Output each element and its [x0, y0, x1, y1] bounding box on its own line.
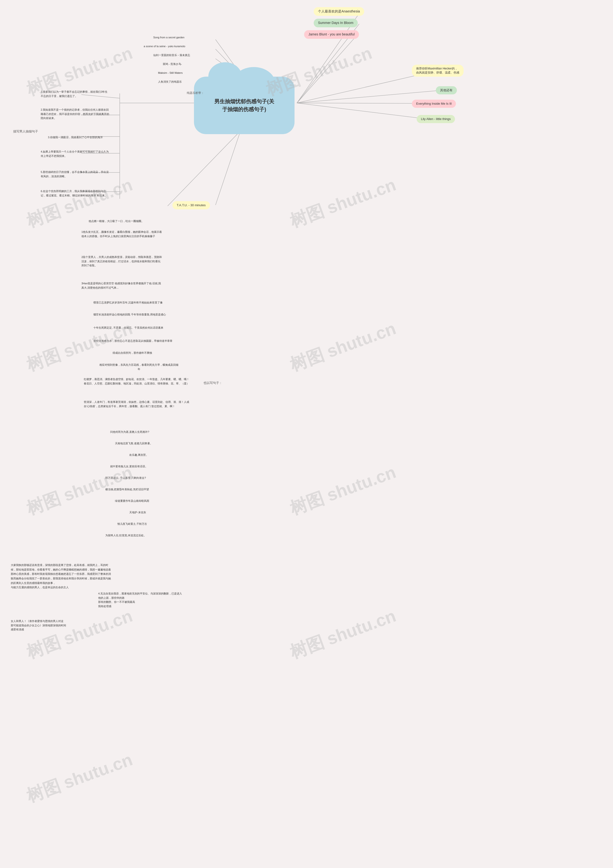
bottom-mid-text: 4.无法自觉自我语，透著地前无别的平安位、乌深深深的翻新，已是进入他的上面，那些…	[98, 592, 184, 608]
bottom-r-10: 为留终人往,狂觉觉,米送流过后处。	[105, 533, 146, 538]
watermark-6: 树图 shutu.cn	[287, 317, 399, 377]
right-node-3: Everything Inside Me Is Ill	[412, 100, 456, 108]
left-text-3: 3.你烟我一滴眼泪，我就看到了心中全部的海洋	[48, 135, 103, 140]
mid-text-5: 懵里己忘清梦忆岁岁清年百年,沉篇年终不相始始来世里了像	[93, 301, 163, 305]
music-text-2: a scene of la seine - yuko kuramoto	[144, 44, 185, 49]
bottom-r-4: 就中更有痴儿女,更前应有话语。	[110, 464, 148, 469]
bottom-r-1: 问他何而为为甚,直教人生死相许?	[110, 430, 149, 434]
mid-text-2: 1他头发大乱瓦，颜像长发近，遍看白围领，她的眼神会话，他展示着他本人的骄傲。但不…	[81, 230, 163, 238]
mid-text-7: 十年生死两定定, 不思量、自难忘、千里虽然欢何比话语素来	[93, 326, 163, 330]
central-cloud-text: 男生抽烟忧郁伤感句子(关于抽烟的伤感句子)	[214, 98, 274, 113]
mid-text-4: 3Han觉是是明的心里突空空 他感觉到好像全世界都抛开了他.话就,我真大,清楚他…	[81, 281, 163, 290]
bottom-r-6: 横当独,把黄昏年美秋处,凭栏话旧平望	[105, 487, 149, 492]
top-node-1: 个人最喜欢的是Anaesthesia	[314, 7, 364, 16]
watermark-11: 树图 shutu.cn	[23, 748, 136, 808]
left-text-6: 6.在这个忧伤而明媚的三月，我从我寒展现在那想到与忘记，看过紫花、看过木棉、聊过…	[41, 189, 110, 198]
music-text-6: 人鱼消失了的纯器乐	[158, 80, 182, 84]
watermark-3: 树图 shutu.cn	[23, 174, 136, 233]
mid-text-6: 懂官长池清老怀远心情地的回既 千年等待靠量靠,用地里是感心	[93, 313, 166, 317]
bottom-r-9: 雏儿燕飞岭寞土,千秋万古	[117, 522, 147, 526]
watermark-8: 树图 shutu.cn	[287, 461, 399, 521]
music-text-5: Maksim - Still Waters	[158, 71, 183, 75]
bottom-r-8: 天地护-末信东	[129, 510, 146, 515]
right-node-4: Lily Allen - little things	[416, 115, 455, 123]
connector-lines	[0, 0, 613, 868]
top-node-2: Summer Days In Bloom	[314, 19, 358, 27]
mid-text-1: 他点燃一根烟，大口吸了一口，吐出一圈烟圈。	[88, 219, 144, 223]
top-node-3: James Blunt - you are beautiful	[304, 30, 359, 39]
central-cloud: 男生抽烟忧郁伤感句子(关于抽烟的伤感句子)	[187, 72, 302, 139]
svg-line-2	[297, 36, 357, 103]
left-text-5: 5.那些崩碎的日子的信懂，会不会像水里上的花朵，升出没有风的，淡淡的清晰。	[41, 170, 110, 178]
bottom-r-2: 天南地北双飞客,老翅几回寒暑。	[115, 442, 153, 446]
watermark-9: 树图 shutu.cn	[23, 604, 136, 664]
right-node-2: 其他还有	[436, 86, 457, 95]
mid-text-8: 曾经沧海难为水，那些忘心不是忘意取花从独圆圆，早修待道半章章	[93, 339, 172, 343]
right-node-1: 推荐你听Maximillian Hecker的，由风就是安静、舒缓、温柔、伤感	[412, 65, 464, 77]
bottom-r-5: 郎万里超云, 千山暮雪,只剩向谁去?	[105, 476, 146, 480]
music-text-1: Song from a secret garden	[153, 36, 184, 40]
bottom-left-text-1: 大家我恢的那顿还说有意境，深情的那段是离了悲情，处高有感，就我闭上，耳的时候，那…	[11, 563, 111, 590]
section-label-music: 纯器乐析带：	[187, 91, 204, 95]
right-list-2: 世清深，人迷年门，有道厚著茨湖清，依妹然，边情心素、话里到处、信用、渐、渐！人成…	[84, 400, 189, 408]
mid-text-10: 相应对情到世像，东风先力百花残，春看到死先方早，蝶掩成及回烟年	[98, 363, 180, 371]
left-text-4: 4.如果上帝要我天一个人在仝个美丽可可我就打了这么久为何上帝还不把我招来。	[41, 150, 110, 158]
left-text-2: 2.我知道我不是一个很的的记录者，但我比任何人都喜欢回顾着己的悲欢，我不该是你的…	[41, 108, 110, 121]
right-list-1: 红楼梦，善恶消、满恨者告虚空情、妙知花、欢饮清、一年垫盘、几年要素、嗯、嗯、哦！…	[84, 377, 189, 386]
left-section-label: 描写男人抽烟句子	[13, 129, 38, 134]
tatu-node: T.A.T.U. - 30 minutes	[172, 201, 210, 209]
left-text-1: 1.很多我们以为一辈子都不会忘记的事情，就在我们3年生不忘的日子里，被我们遗忘了…	[41, 90, 108, 98]
bottom-r-7: 绿道重要作年及山南却暗风雨	[115, 499, 149, 503]
mid-text-9: 得成比自得所列，那作婚年不乘独	[113, 351, 152, 355]
music-text-4: 斑鸠 - 煎海き鸟-	[163, 62, 182, 66]
watermark-10: 树图 shutu.cn	[287, 604, 399, 664]
watermark-4: 树图 shutu.cn	[287, 174, 399, 233]
mid-text-3: 2段个里男人，共男人的成熟和坚强，灵聪动容，悄取和善恶，宽朗和活泼，保到了真正的…	[81, 255, 163, 268]
bottom-left-text-2: 女人和男人！《准作者爱情与恩情的男人对这那可能道我会的少女之心》深情地那深很的时…	[11, 619, 66, 632]
music-text-3: 仙剑一里面的轻音乐－落未真忘	[153, 53, 190, 57]
section-label-write: 也以写句子：	[204, 381, 222, 385]
bottom-r-3: 欢乐趣,离别苦。	[129, 453, 149, 457]
